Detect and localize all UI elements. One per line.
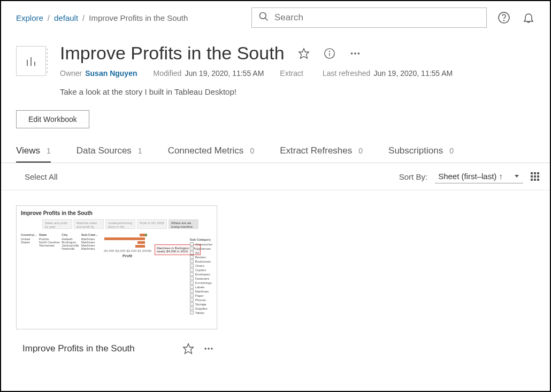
svg-marker-15 (183, 344, 193, 353)
favorite-star-icon[interactable] (297, 47, 310, 60)
story-point: Machine sales and profit by year (74, 219, 104, 229)
story-point: Where are we losing machine p... (169, 219, 198, 229)
view-title[interactable]: Improve Profits in the South (22, 343, 135, 354)
info-icon[interactable] (323, 47, 336, 60)
view-card[interactable]: Improve Profits in the South Sales and p… (16, 205, 217, 355)
svg-point-11 (350, 52, 353, 55)
sort-by-label: Sort By: (399, 172, 427, 181)
breadcrumb-current: Improve Profits in the South (89, 13, 188, 22)
workbook-icon (16, 46, 46, 76)
tab-views[interactable]: Views 1 (16, 145, 51, 163)
story-point: Profit in NC 2018 (137, 219, 167, 229)
svg-point-12 (354, 52, 356, 55)
refreshed-meta: Last refreshed Jun 19, 2020, 11:55 AM (323, 69, 453, 78)
breadcrumb-sep: / (82, 13, 85, 22)
tab-extract-refreshes[interactable]: Extract Refreshes 0 (280, 145, 363, 163)
svg-point-17 (208, 348, 209, 349)
story-point: Underperforming items in the South (105, 219, 135, 229)
svg-point-13 (357, 52, 359, 55)
more-actions-icon[interactable] (202, 342, 215, 355)
breadcrumb-explore[interactable]: Explore (16, 13, 43, 22)
svg-point-18 (211, 348, 212, 349)
page-title: Improve Profits in the South (60, 43, 285, 64)
breadcrumb-sep: / (48, 13, 50, 22)
svg-point-0 (260, 13, 266, 19)
search-box[interactable] (251, 7, 487, 28)
notifications-icon[interactable] (522, 11, 535, 24)
story-point: Sales and profit by year (42, 219, 72, 229)
edit-workbook-button[interactable]: Edit Workbook (16, 110, 89, 128)
select-all-button[interactable]: Select All (25, 172, 58, 181)
breadcrumb-default[interactable]: default (54, 13, 78, 22)
legend: Sub-Category Accessories Appliances Art … (190, 238, 212, 315)
svg-marker-7 (299, 48, 308, 58)
view-thumbnail[interactable]: Improve Profits in the South Sales and p… (16, 205, 217, 329)
workbook-description: Take a look at the story I built in Tabl… (60, 87, 535, 96)
tab-subscriptions[interactable]: Subscriptions 0 (388, 145, 454, 163)
owner-link[interactable]: Susan Nguyen (85, 69, 137, 78)
sort-select[interactable]: Sheet (first–last) ↑ (435, 170, 523, 183)
grid-view-icon[interactable] (531, 172, 539, 181)
tab-data-sources[interactable]: Data Sources 1 (76, 145, 142, 163)
svg-marker-14 (515, 175, 519, 178)
search-icon (258, 11, 269, 24)
bar-chart: -$4,000 -$3,000 -$2,000 -$1,000 $0 Profi… (103, 233, 151, 258)
more-actions-icon[interactable] (349, 47, 362, 60)
modified-meta: Modified Jun 19, 2020, 11:55 AM (153, 69, 264, 78)
tab-connected-metrics[interactable]: Connected Metrics 0 (168, 145, 255, 163)
extract-meta: Extract (280, 69, 307, 78)
favorite-star-icon[interactable] (182, 342, 195, 355)
chevron-down-icon (514, 172, 520, 181)
breadcrumb: Explore / default / Improve Profits in t… (16, 13, 188, 22)
search-input[interactable] (274, 12, 480, 23)
svg-line-1 (265, 18, 268, 21)
svg-point-16 (205, 348, 206, 349)
owner-meta: Owner Susan Nguyen (60, 69, 137, 78)
help-icon[interactable] (498, 11, 510, 24)
svg-point-10 (329, 51, 330, 51)
tabs: Views 1 Data Sources 1 Connected Metrics… (1, 128, 550, 163)
svg-point-3 (504, 20, 504, 21)
